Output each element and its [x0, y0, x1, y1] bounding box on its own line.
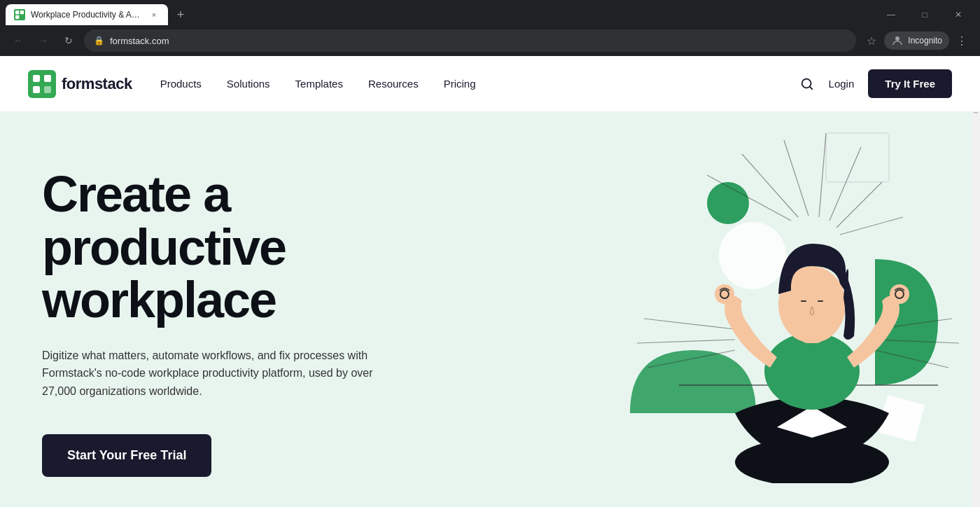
hero-illustration [434, 112, 980, 507]
browser-chrome: Workplace Productivity & Autom... × + — … [0, 0, 980, 56]
svg-rect-10 [826, 133, 889, 182]
browser-titlebar: Workplace Productivity & Autom... × + — … [0, 0, 980, 25]
nav-links: Products Solutions Templates Resources P… [160, 78, 799, 90]
logo-icon [28, 70, 56, 98]
address-bar[interactable]: 🔒 formstack.com [84, 29, 856, 52]
hero-subtitle: Digitize what matters, automate workflow… [42, 347, 406, 401]
svg-line-22 [637, 340, 735, 343]
incognito-button[interactable]: Incognito [884, 32, 949, 50]
logo-text: formstack [62, 75, 132, 93]
logo[interactable]: formstack [28, 70, 132, 98]
new-tab-button[interactable]: + [171, 5, 190, 25]
browser-toolbar: ← → ↻ 🔒 formstack.com ☆ Incognito [0, 25, 980, 56]
website-content: formstack Products Solutions Templates R… [0, 56, 980, 507]
tab-close-button[interactable]: × [148, 9, 160, 20]
svg-point-37 [890, 284, 909, 304]
login-button[interactable]: Login [829, 78, 855, 90]
bookmark-button[interactable]: ☆ [862, 31, 881, 50]
svg-line-21 [644, 319, 735, 329]
browser-tab[interactable]: Workplace Productivity & Autom... × [6, 4, 168, 25]
minimize-button[interactable]: — [875, 4, 907, 25]
hero-svg [539, 119, 980, 483]
svg-rect-0 [15, 11, 19, 14]
svg-rect-1 [20, 11, 24, 14]
tab-title: Workplace Productivity & Autom... [31, 10, 143, 20]
toolbar-right: ☆ Incognito ⋮ [862, 31, 972, 50]
maximize-button[interactable]: □ [909, 4, 941, 25]
tab-favicon [14, 9, 25, 20]
svg-line-20 [840, 217, 903, 235]
svg-point-3 [895, 36, 899, 41]
nav-resources[interactable]: Resources [368, 78, 419, 90]
svg-rect-8 [44, 86, 51, 93]
incognito-icon [891, 34, 904, 47]
nav-products[interactable]: Products [160, 78, 202, 90]
svg-rect-5 [33, 75, 40, 82]
svg-rect-7 [33, 86, 40, 93]
nav-templates[interactable]: Templates [295, 78, 343, 90]
start-free-trial-button[interactable]: Start Your Free Trial [42, 434, 211, 477]
reload-button[interactable]: ↻ [59, 31, 78, 50]
window-controls: — □ ✕ [875, 4, 974, 25]
svg-line-17 [819, 133, 826, 217]
nav-solutions[interactable]: Solutions [227, 78, 270, 90]
svg-point-30 [764, 333, 860, 410]
svg-rect-6 [44, 75, 51, 82]
hero-title: Create a productive workplace [42, 168, 406, 327]
url-text: formstack.com [110, 36, 846, 46]
nav-actions: Login Try It Free [799, 69, 952, 98]
nav-pricing[interactable]: Pricing [444, 78, 476, 90]
menu-button[interactable]: ⋮ [952, 31, 972, 50]
close-button[interactable]: ✕ [942, 4, 974, 25]
scrollbar[interactable] [972, 56, 980, 507]
hero-content: Create a productive workplace Digitize w… [0, 112, 434, 507]
navbar: formstack Products Solutions Templates R… [0, 56, 980, 112]
svg-point-11 [707, 182, 749, 224]
svg-line-15 [742, 154, 798, 217]
hero-section: Create a productive workplace Digitize w… [0, 112, 980, 507]
svg-line-16 [784, 140, 808, 216]
try-it-free-button[interactable]: Try It Free [868, 69, 952, 98]
lock-icon: 🔒 [94, 36, 104, 46]
search-button[interactable] [799, 76, 815, 92]
svg-rect-2 [15, 15, 19, 19]
forward-button[interactable]: → [34, 31, 53, 50]
search-icon [799, 76, 815, 92]
svg-point-35 [715, 284, 734, 304]
svg-rect-4 [28, 70, 56, 98]
svg-line-18 [830, 147, 861, 221]
back-button[interactable]: ← [8, 31, 28, 50]
svg-point-12 [719, 222, 786, 289]
